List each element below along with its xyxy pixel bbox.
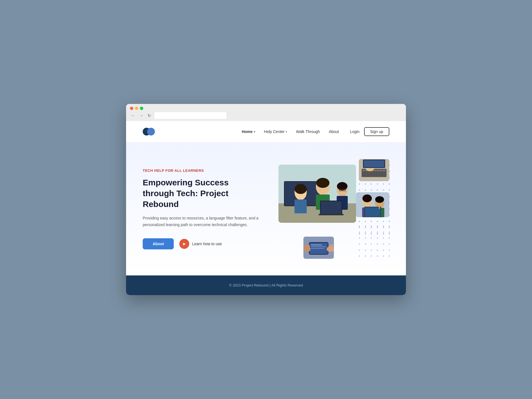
nav-link-home[interactable]: Home ▾ xyxy=(242,129,255,134)
nav-item-helpcenter[interactable]: Help Center ▾ xyxy=(264,129,287,134)
svg-point-10 xyxy=(316,178,329,188)
svg-point-43 xyxy=(375,196,384,203)
top-right-svg xyxy=(359,159,389,181)
svg-rect-6 xyxy=(295,200,307,213)
url-bar[interactable] xyxy=(154,112,226,119)
svg-rect-59 xyxy=(329,245,331,250)
svg-rect-27 xyxy=(377,170,379,171)
nav-link-walkthrough[interactable]: Walk Through xyxy=(296,129,320,134)
svg-point-40 xyxy=(362,195,372,202)
nav-item-walkthrough[interactable]: Walk Through xyxy=(296,129,320,134)
reload-button[interactable]: ↻ xyxy=(147,113,152,118)
hero-section: TECH HELP FOR ALL LEARNERS Empowering Su… xyxy=(126,142,406,275)
nav-links: Home ▾ Help Center ▾ Walk Through About xyxy=(242,129,339,134)
learn-how-container[interactable]: ▶ Learn how to use xyxy=(179,239,222,249)
svg-rect-19 xyxy=(319,214,344,215)
nav-link-about[interactable]: About xyxy=(329,129,339,134)
chevron-down-icon-2: ▾ xyxy=(286,130,287,133)
svg-rect-51 xyxy=(311,244,322,245)
svg-rect-53 xyxy=(311,248,324,249)
logo xyxy=(143,126,155,138)
hero-title: Empowering Success through Tech: Project… xyxy=(143,177,259,209)
close-dot[interactable] xyxy=(130,107,133,110)
nav-auth: Login Sign up xyxy=(350,127,389,136)
login-button[interactable]: Login xyxy=(350,129,359,134)
browser-nav: ← → ↻ xyxy=(130,112,402,121)
browser-chrome: ← → ↻ xyxy=(126,104,406,121)
svg-rect-47 xyxy=(379,204,380,209)
hero-right xyxy=(278,159,389,259)
svg-rect-60 xyxy=(331,244,333,250)
bottom-right-image xyxy=(356,192,389,217)
hero-content: TECH HELP FOR ALL LEARNERS Empowering Su… xyxy=(143,168,259,249)
signup-button[interactable]: Sign up xyxy=(364,127,389,136)
nav-link-helpcenter[interactable]: Help Center ▾ xyxy=(264,129,287,134)
learn-label: Learn how to use xyxy=(192,242,222,246)
back-button[interactable]: ← xyxy=(130,113,136,118)
svg-rect-45 xyxy=(365,207,380,217)
main-hero-image xyxy=(278,165,356,223)
svg-rect-29 xyxy=(382,170,385,171)
svg-rect-26 xyxy=(374,170,376,171)
logo-circle-right xyxy=(147,128,155,135)
hero-description: Providing easy access to resources, a la… xyxy=(143,215,259,228)
chevron-down-icon: ▾ xyxy=(254,130,255,133)
bottom-right-svg xyxy=(356,192,389,217)
browser-controls xyxy=(130,107,402,110)
svg-rect-22 xyxy=(363,170,365,171)
navbar: Home ▾ Help Center ▾ Walk Through About xyxy=(126,121,406,142)
minimize-dot[interactable] xyxy=(135,107,138,110)
forward-button[interactable]: → xyxy=(138,113,144,118)
bottom-left-image xyxy=(303,237,334,259)
svg-rect-36 xyxy=(364,160,385,167)
svg-rect-57 xyxy=(308,245,310,249)
footer: © 2023 Project Rebound | All Rights Rese… xyxy=(126,275,406,295)
svg-rect-55 xyxy=(305,245,306,250)
nav-item-about[interactable]: About xyxy=(329,129,339,134)
svg-rect-18 xyxy=(321,201,342,214)
svg-rect-28 xyxy=(379,170,382,171)
hero-actions: About ▶ Learn how to use xyxy=(143,238,259,249)
top-right-image xyxy=(359,159,389,181)
hero-images xyxy=(278,159,389,259)
svg-rect-46 xyxy=(363,217,382,217)
svg-rect-52 xyxy=(311,246,326,247)
logo-icon xyxy=(143,126,155,138)
hero-subtitle: TECH HELP FOR ALL LEARNERS xyxy=(143,168,259,173)
svg-rect-56 xyxy=(306,244,308,250)
nav-item-home[interactable]: Home ▾ xyxy=(242,129,255,134)
about-button[interactable]: About xyxy=(143,238,174,249)
browser-window: ← → ↻ Home ▾ xyxy=(126,104,406,295)
maximize-dot[interactable] xyxy=(140,107,143,110)
footer-copyright: © 2023 Project Rebound | All Rights Rese… xyxy=(134,283,398,287)
main-hero-svg xyxy=(278,165,356,223)
site-content: Home ▾ Help Center ▾ Walk Through About xyxy=(126,121,406,295)
play-button[interactable]: ▶ xyxy=(179,239,189,249)
svg-point-7 xyxy=(295,184,307,194)
bottom-left-svg xyxy=(303,237,334,259)
